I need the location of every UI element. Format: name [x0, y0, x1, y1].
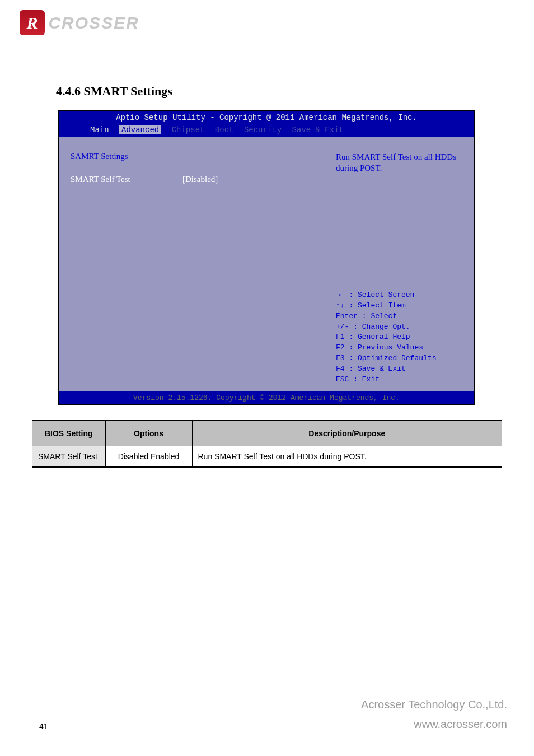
menu-save-exit: Save & Exit [292, 125, 344, 134]
bios-body: SAMRT Settings SMART Self Test [Disabled… [59, 137, 474, 391]
th-setting: BIOS Setting [32, 421, 105, 446]
th-options: Options [105, 421, 192, 446]
setting-label: SMART Self Test [71, 175, 182, 184]
bios-menubar: Main Advanced Chipset Boot Security Save… [59, 124, 474, 137]
help-keys: →← : Select Screen ↑↓ : Select Item Ente… [329, 284, 474, 391]
footer-company: Acrosser Technology Co.,Ltd. [361, 698, 507, 711]
logo-text: CROSSER [48, 13, 139, 32]
help-key-line: F2 : Previous Values [336, 343, 467, 353]
menu-advanced: Advanced [119, 125, 161, 134]
setting-value: [Disabled] [182, 175, 218, 184]
cell-options: Disabled Enabled [105, 446, 192, 468]
setting-row: SMART Self Test [Disabled] [71, 175, 317, 184]
page-number: 41 [39, 722, 48, 731]
logo-icon: R [20, 10, 45, 35]
brand-logo: R CROSSER [20, 10, 160, 41]
table-header-row: BIOS Setting Options Description/Purpose [32, 421, 502, 446]
th-description: Description/Purpose [192, 421, 502, 446]
parameter-table: BIOS Setting Options Description/Purpose… [32, 420, 502, 468]
help-key-line: F1 : General Help [336, 332, 467, 343]
help-key-line: →← : Select Screen [336, 290, 467, 301]
settings-heading: SAMRT Settings [71, 152, 317, 161]
bios-header: Aptio Setup Utility - Copyright @ 2011 A… [59, 111, 474, 124]
menu-chipset: Chipset [172, 125, 205, 134]
cell-description: Run SMART Self Test on all HDDs during P… [192, 446, 502, 468]
table-row: SMART Self Test Disabled Enabled Run SMA… [32, 446, 502, 468]
section-title: 4.4.6 SMART Settings [56, 84, 172, 99]
menu-security: Security [244, 125, 282, 134]
bios-screenshot: Aptio Setup Utility - Copyright @ 2011 A… [58, 110, 475, 405]
footer-url: www.acrosser.com [414, 718, 507, 731]
bios-right-panel: Run SMART Self Test on all HDDs during P… [329, 137, 474, 391]
cell-setting: SMART Self Test [32, 446, 105, 468]
bios-footer: Version 2.15.1226. Copyright © 2012 Amer… [59, 391, 474, 404]
help-key-line: ESC : Exit [336, 375, 467, 385]
help-key-line: +/- : Change Opt. [336, 322, 467, 333]
bios-left-panel: SAMRT Settings SMART Self Test [Disabled… [59, 137, 329, 391]
help-key-line: Enter : Select [336, 311, 467, 322]
help-key-line: F3 : Optimized Defaults [336, 353, 467, 364]
menu-boot: Boot [215, 125, 234, 134]
help-key-line: F4 : Save & Exit [336, 364, 467, 375]
help-key-line: ↑↓ : Select Item [336, 301, 467, 311]
menu-main: Main [90, 125, 109, 134]
help-description: Run SMART Self Test on all HDDs during P… [329, 137, 474, 284]
